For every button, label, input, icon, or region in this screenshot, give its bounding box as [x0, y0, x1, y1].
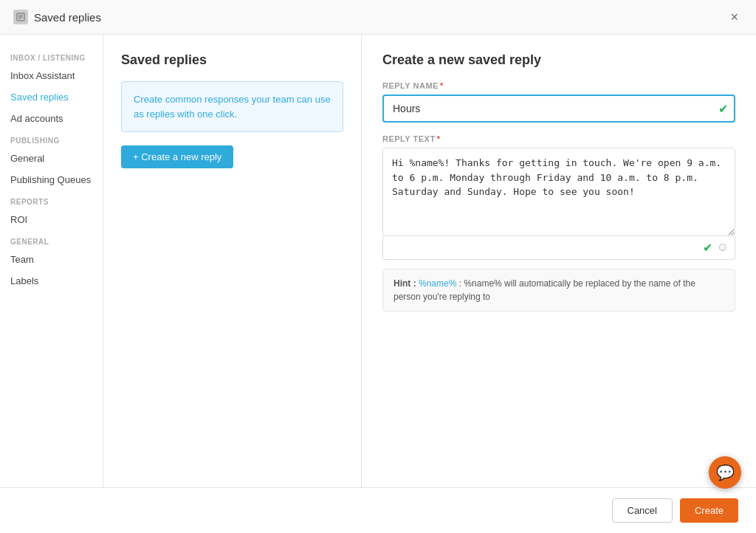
reply-text-textarea-wrapper: Hi %name%! Thanks for getting in touch. … — [382, 148, 735, 260]
sidebar-item-publishing-queues[interactable]: Publishing Queues — [0, 169, 103, 190]
left-panel-title: Saved replies — [121, 52, 343, 68]
sidebar-section-label-reports: REPORTS — [0, 190, 103, 209]
sidebar-section-general: GENERAL Team Labels — [0, 230, 103, 292]
right-panel-title: Create a new saved reply — [382, 52, 735, 68]
modal-title-area: Saved replies — [13, 10, 101, 24]
modal-header: Saved replies × — [0, 0, 756, 35]
sidebar-item-general[interactable]: General — [0, 148, 103, 169]
modal-body: INBOX / LISTENING Inbox Assistant Saved … — [0, 35, 756, 487]
emoji-icon[interactable]: ☺ — [717, 241, 729, 255]
info-box: Create common responses your team can us… — [121, 81, 343, 132]
reply-text-input[interactable]: Hi %name%! Thanks for getting in touch. … — [382, 148, 735, 236]
sidebar-section-publishing: PUBLISHING General Publishing Queues — [0, 129, 103, 190]
modal-footer: Cancel Create — [0, 487, 756, 533]
info-box-text: Create common responses your team can us… — [134, 94, 331, 120]
hint-box: Hint : %name% : %name% will automaticall… — [382, 269, 735, 312]
create-new-reply-button[interactable]: + Create a new reply — [121, 145, 233, 168]
sidebar-section-label-publishing: PUBLISHING — [0, 129, 103, 148]
sidebar: INBOX / LISTENING Inbox Assistant Saved … — [0, 35, 103, 487]
sidebar-item-inbox-assistant[interactable]: Inbox Assistant — [0, 65, 103, 86]
chat-icon: 💬 — [716, 464, 735, 481]
cancel-button[interactable]: Cancel — [612, 498, 673, 523]
create-button[interactable]: Create — [680, 498, 738, 523]
reply-text-label: REPLY TEXT* — [382, 134, 735, 143]
modal: Saved replies × INBOX / LISTENING Inbox … — [0, 0, 756, 533]
sidebar-section-inbox: INBOX / LISTENING Inbox Assistant Saved … — [0, 47, 103, 129]
left-panel: Saved replies Create common responses yo… — [103, 35, 362, 487]
reply-name-field-group: REPLY NAME* ✔ — [382, 81, 735, 123]
hint-code: %name% — [419, 278, 456, 289]
sidebar-item-team[interactable]: Team — [0, 249, 103, 270]
textarea-toolbar: ✔ ☺ — [382, 236, 735, 260]
hint-label: Hint : — [394, 278, 416, 289]
sidebar-section-label-general: GENERAL — [0, 230, 103, 249]
checkmark-icon: ✔ — [703, 241, 712, 255]
modal-icon — [13, 10, 28, 24]
modal-title: Saved replies — [34, 11, 101, 24]
sidebar-item-labels[interactable]: Labels — [0, 270, 103, 292]
right-panel: Create a new saved reply REPLY NAME* ✔ R… — [362, 35, 756, 487]
sidebar-item-ad-accounts[interactable]: Ad accounts — [0, 108, 103, 129]
sidebar-section-label-inbox: INBOX / LISTENING — [0, 47, 103, 65]
chat-widget[interactable]: 💬 — [709, 456, 741, 489]
reply-text-field-group: REPLY TEXT* Hi %name%! Thanks for gettin… — [382, 134, 735, 260]
reply-name-input[interactable] — [382, 94, 735, 123]
sidebar-item-roi[interactable]: ROI — [0, 209, 103, 230]
close-button[interactable]: × — [726, 9, 743, 25]
reply-name-label: REPLY NAME* — [382, 81, 735, 90]
check-icon: ✔ — [718, 102, 728, 116]
reply-name-input-wrapper: ✔ — [382, 94, 735, 123]
sidebar-section-reports: REPORTS ROI — [0, 190, 103, 230]
sidebar-item-saved-replies[interactable]: Saved replies — [0, 86, 103, 108]
